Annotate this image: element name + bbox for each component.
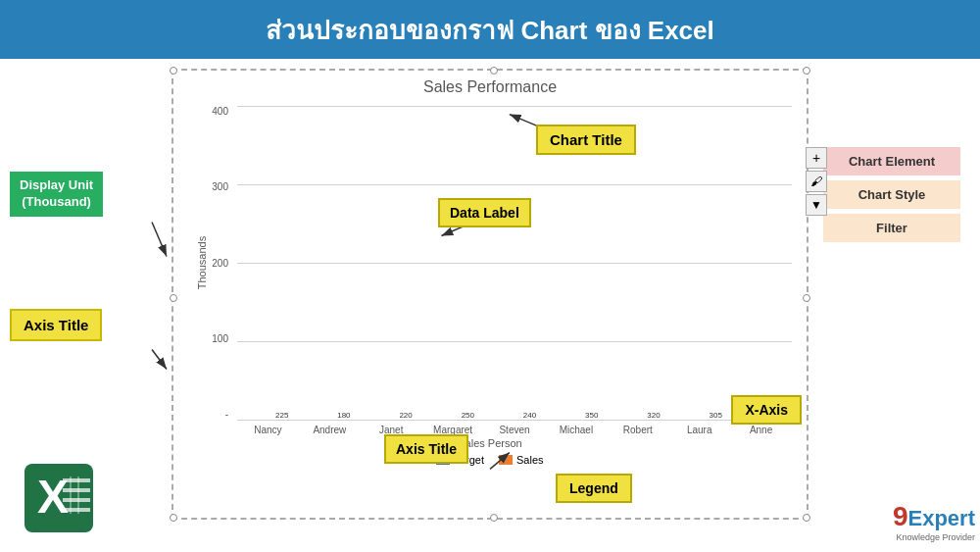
- chart-title-annotation: Chart Title: [536, 125, 636, 155]
- svg-text:X: X: [37, 471, 69, 523]
- excel-logo: X: [20, 459, 98, 537]
- logo-9expert: 9Expert: [893, 501, 975, 532]
- add-chart-element-icon[interactable]: +: [806, 147, 827, 169]
- chart-style-button[interactable]: Chart Style: [823, 180, 960, 209]
- corner-dot-tl: [170, 67, 177, 75]
- svg-rect-4: [63, 498, 90, 502]
- gridlines-container: [237, 106, 792, 420]
- logo-container: 9Expert Knowledge Provider: [893, 501, 975, 542]
- corner-dot-tr: [803, 67, 810, 75]
- logo-sub: Knowledge Provider: [893, 532, 975, 542]
- page-wrapper: ส่วนประกอบของกราฟ Chart ของ Excel Displa…: [0, 0, 980, 552]
- mid-dot-t: [490, 67, 498, 75]
- legend-color-sales: [499, 455, 513, 465]
- legend-sales: Sales: [499, 454, 544, 466]
- x-label-steven: Steven: [484, 425, 546, 435]
- mid-dot-b: [490, 514, 498, 522]
- chart-style-icon[interactable]: 🖌: [806, 171, 827, 192]
- filter-icon[interactable]: ▼: [806, 194, 827, 216]
- x-axis-labels: Nancy Andrew Janet Margaret Steven Micha…: [173, 425, 807, 435]
- x-axis-annotation: X-Axis: [731, 395, 802, 425]
- legend: Target Sales: [173, 454, 807, 466]
- x-label-laura: Laura: [668, 425, 730, 435]
- corner-dot-br: [803, 514, 810, 522]
- corner-dot-bl: [170, 514, 177, 522]
- svg-rect-5: [63, 508, 90, 512]
- right-panel: + 🖌 ▼ Chart Element Chart Style Filter 9…: [813, 59, 980, 552]
- svg-rect-2: [63, 478, 90, 482]
- data-label-annotation: Data Label: [438, 198, 531, 227]
- x-label-robert: Robert: [607, 425, 668, 435]
- axis-title-bottom-annotation: Axis Title: [384, 434, 468, 464]
- left-panel: Display Unit(Thousand) Axis Title X: [0, 59, 172, 552]
- main-content: Display Unit(Thousand) Axis Title X: [0, 59, 980, 552]
- y-axis-ticks: 400 300 200 100 -: [191, 106, 228, 420]
- x-label-anne: Anne: [730, 425, 792, 435]
- chart-element-button[interactable]: Chart Element: [823, 147, 960, 176]
- x-label-andrew: Andrew: [299, 425, 361, 435]
- filter-button[interactable]: Filter: [823, 214, 960, 242]
- y-axis-title-annotation: Axis Title: [10, 309, 102, 341]
- logo-expert: Expert: [908, 506, 975, 530]
- logo-nine: 9: [893, 501, 908, 531]
- x-label-michael: Michael: [545, 425, 607, 435]
- chart-control-icons: + 🖌 ▼: [806, 147, 827, 216]
- x-label-nancy: Nancy: [237, 425, 299, 435]
- legend-annotation: Legend: [556, 474, 632, 503]
- page-header: ส่วนประกอบของกราฟ Chart ของ Excel: [0, 0, 980, 59]
- x-axis-title-display: Sales Person: [173, 437, 807, 449]
- svg-rect-3: [63, 488, 90, 492]
- header-title: ส่วนประกอบของกราฟ Chart ของ Excel: [266, 10, 714, 50]
- chart-title-display: Sales Performance: [173, 71, 807, 96]
- display-unit-label: Display Unit(Thousand): [10, 172, 103, 217]
